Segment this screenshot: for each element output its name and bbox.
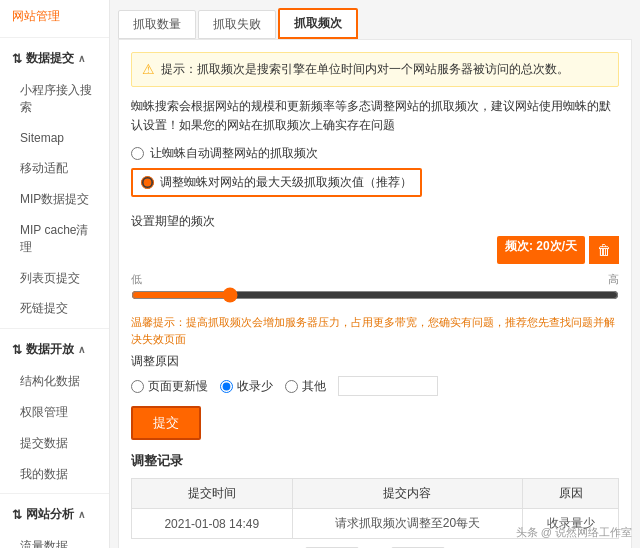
reason-label: 调整原因 <box>131 353 619 370</box>
sidebar-item-mip-data[interactable]: MIP数据提交 <box>0 184 109 215</box>
tab-crawl-fail[interactable]: 抓取失败 <box>198 10 276 39</box>
radio-auto[interactable]: 让蜘蛛自动调整网站的抓取频次 <box>131 145 619 162</box>
col-content: 提交内容 <box>292 479 523 509</box>
sidebar-section-site-analysis[interactable]: ⇅ 网站分析 ∧ <box>0 498 109 531</box>
submit-button[interactable]: 提交 <box>131 406 201 440</box>
reason-less-collect-input[interactable] <box>220 380 233 393</box>
description-text: 蜘蛛搜索会根据网站的规模和更新频率等多态调整网站的抓取频次，建议网站使用蜘蛛的默… <box>131 97 619 135</box>
warning-text: 温馨提示：提高抓取频次会增加服务器压力，占用更多带宽，您确实有问题，推荐您先查找… <box>131 314 619 347</box>
col-time: 提交时间 <box>132 479 293 509</box>
tab-crawl-count[interactable]: 抓取数量 <box>118 10 196 39</box>
content-panel: ⚠ 提示：抓取频次是搜索引擎在单位时间内对一个网站服务器被访问的总次数。 蜘蛛搜… <box>118 39 632 548</box>
reason-other[interactable]: 其他 <box>285 378 326 395</box>
watermark: 头条 @ 说然网络工作室 <box>516 525 632 540</box>
reason-refresh[interactable]: 页面更新慢 <box>131 378 208 395</box>
cell-content: 请求抓取频次调整至20每天 <box>292 509 523 539</box>
reason-other-label: 其他 <box>302 378 326 395</box>
sidebar-item-struct-data[interactable]: 结构化数据 <box>0 366 109 397</box>
tab-crawl-freq[interactable]: 抓取频次 <box>278 8 358 39</box>
sidebar-item-mobile-adapt[interactable]: 移动适配 <box>0 153 109 184</box>
sidebar-item-traffic-data[interactable]: 流量数据 <box>0 531 109 548</box>
cell-time: 2021-01-08 14:49 <box>132 509 293 539</box>
sidebar-item-perm-manage[interactable]: 权限管理 <box>0 397 109 428</box>
freq-value-badge: 频次: 20次/天 <box>497 236 585 264</box>
sidebar-item-mip-cache[interactable]: MIP cache清理 <box>0 215 109 263</box>
sidebar-item-my-data[interactable]: 我的数据 <box>0 459 109 490</box>
freq-delete-icon[interactable]: 🗑 <box>589 236 619 264</box>
main-content: 抓取数量 抓取失败 抓取频次 ⚠ 提示：抓取频次是搜索引擎在单位时间内对一个网站… <box>110 0 640 548</box>
radio-manual[interactable]: 调整蜘蛛对网站的最大天级抓取频次值（推荐） <box>131 168 422 197</box>
freq-label: 设置期望的频次 <box>131 213 619 230</box>
reason-refresh-input[interactable] <box>131 380 144 393</box>
warning-icon: ⚠ <box>142 61 155 78</box>
sidebar-item-sitemap[interactable]: Sitemap <box>0 123 109 154</box>
reason-less-collect[interactable]: 收录少 <box>220 378 273 395</box>
freq-slider[interactable] <box>131 287 619 303</box>
sidebar-section-data-open[interactable]: ⇅ 数据开放 ∧ <box>0 333 109 366</box>
alert-box: ⚠ 提示：抓取频次是搜索引擎在单位时间内对一个网站服务器被访问的总次数。 <box>131 52 619 87</box>
section-arrow-icon2: ⇅ <box>12 343 22 357</box>
sidebar: 网站管理 ⇅ 数据提交 ∧ 小程序接入搜索 Sitemap 移动适配 MIP数据… <box>0 0 110 548</box>
radio-group: 让蜘蛛自动调整网站的抓取频次 调整蜘蛛对网站的最大天级抓取频次值（推荐） <box>131 145 619 203</box>
col-reason: 原因 <box>523 479 619 509</box>
sidebar-item-site-manage[interactable]: 网站管理 <box>0 0 109 33</box>
radio-manual-input[interactable] <box>141 176 154 189</box>
reason-other-input[interactable] <box>285 380 298 393</box>
reason-options: 页面更新慢 收录少 其他 <box>131 376 619 396</box>
sidebar-item-submit-data[interactable]: 提交数据 <box>0 428 109 459</box>
freq-high-label: 高 <box>608 272 619 287</box>
section-arrow-icon: ⇅ <box>12 52 22 66</box>
sidebar-item-dead-link[interactable]: 死链提交 <box>0 293 109 324</box>
records-title: 调整记录 <box>131 452 619 470</box>
radio-manual-label: 调整蜘蛛对网站的最大天级抓取频次值（推荐） <box>160 174 412 191</box>
freq-low-label: 低 <box>131 272 142 287</box>
slider-container: 低 高 <box>131 272 619 306</box>
sidebar-item-list-submit[interactable]: 列表页提交 <box>0 263 109 294</box>
chevron-icon3: ∧ <box>78 509 85 520</box>
sidebar-section-data-submit[interactable]: ⇅ 数据提交 ∧ <box>0 42 109 75</box>
tabs-bar: 抓取数量 抓取失败 抓取频次 <box>110 0 640 39</box>
sidebar-item-mini-crawl[interactable]: 小程序接入搜索 <box>0 75 109 123</box>
chevron-icon2: ∧ <box>78 344 85 355</box>
reason-less-collect-label: 收录少 <box>237 378 273 395</box>
section-arrow-icon3: ⇅ <box>12 508 22 522</box>
radio-auto-input[interactable] <box>131 147 144 160</box>
chevron-icon: ∧ <box>78 53 85 64</box>
reason-refresh-label: 页面更新慢 <box>148 378 208 395</box>
alert-text: 提示：抓取频次是搜索引擎在单位时间内对一个网站服务器被访问的总次数。 <box>161 61 569 78</box>
radio-auto-label: 让蜘蛛自动调整网站的抓取频次 <box>150 145 318 162</box>
reason-other-input-field[interactable] <box>338 376 438 396</box>
